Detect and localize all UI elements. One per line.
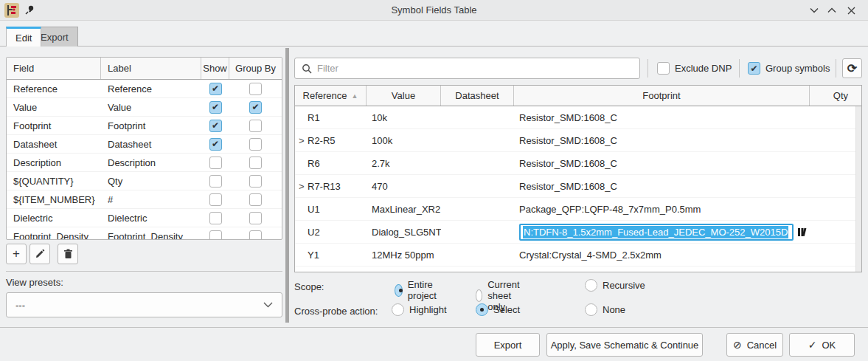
footprint-browser-button[interactable] — [797, 227, 808, 238]
shade-window-icon[interactable] — [808, 4, 821, 17]
reference-cell: R1 — [308, 112, 320, 123]
field-row[interactable]: ${ITEM_NUMBER} # ✔ ✔ — [7, 190, 282, 209]
cross-probe-select[interactable]: Select — [476, 303, 520, 316]
radio-button[interactable] — [395, 284, 403, 297]
groupby-checkbox[interactable]: ✔ — [249, 157, 262, 169]
show-checkbox[interactable]: ✔ — [209, 157, 222, 169]
scope-recursive[interactable]: Recursive — [585, 279, 645, 292]
field-name: Reference — [7, 83, 101, 94]
field-row[interactable]: ${QUANTITY} Qty ✔ ✔ — [7, 172, 282, 190]
field-row[interactable]: Footprint Footprint ✔ ✔ — [7, 117, 282, 135]
footprint-cell[interactable]: Resistor_SMD:1608_C — [514, 181, 810, 192]
field-label: Reference — [101, 83, 201, 94]
value-cell[interactable]: 470 — [367, 181, 441, 192]
value-cell[interactable]: 100k — [367, 135, 441, 146]
value-cell[interactable]: MaxLinear_XR2 — [367, 204, 441, 215]
field-row[interactable]: Reference Reference ✔ ✔ — [7, 80, 282, 98]
group-symbols-option[interactable]: ✔ Group symbols — [748, 62, 830, 75]
radio-button[interactable] — [476, 303, 488, 316]
footprint-cell[interactable]: Crystal:Crystal_4-SMD_2.5x2mm — [514, 250, 810, 261]
show-checkbox[interactable]: ✔ — [209, 83, 222, 95]
cross-probe-row: Cross-probe action: Highlight Select Non… — [294, 303, 395, 318]
footprint-cell[interactable]: Package_QFP:LQFP-48_7x7mm_P0.5mm — [514, 204, 810, 215]
table-row[interactable]: Y1 12MHz 50ppm Crystal:Crystal_4-SMD_2.5… — [295, 244, 861, 267]
show-checkbox[interactable]: ✔ — [209, 230, 222, 241]
show-checkbox[interactable]: ✔ — [209, 138, 222, 151]
table-row[interactable]: >R2-R5 100k Resistor_SMD:1608_C — [295, 129, 861, 152]
apply-save-continue-button[interactable]: Apply, Save Schematic & Continue — [546, 333, 703, 357]
ok-button[interactable]: ✓ OK — [789, 333, 855, 357]
radio-button[interactable] — [392, 303, 404, 316]
value-cell[interactable]: 12MHz 50ppm — [367, 250, 441, 261]
show-checkbox[interactable]: ✔ — [209, 175, 222, 188]
column-header-datasheet[interactable]: Datasheet — [441, 86, 514, 106]
footprint-edit-input[interactable]: N:TDFN-8_1.5x2mm_Fused-Lead_JEDEC_MO-252… — [519, 224, 794, 241]
groupby-checkbox[interactable]: ✔ — [249, 101, 262, 114]
column-header-label[interactable]: Label — [101, 58, 201, 79]
show-checkbox[interactable]: ✔ — [209, 193, 222, 206]
groupby-checkbox[interactable]: ✔ — [249, 175, 262, 188]
chevron-down-icon — [263, 302, 273, 308]
field-row[interactable]: Footprint_Density Footprint_Density ✔ ✔ — [7, 227, 282, 240]
exclude-dnp-option[interactable]: ✔ Exclude DNP — [657, 62, 732, 75]
radio-button[interactable] — [585, 303, 597, 316]
refresh-button[interactable]: ⟳ — [842, 58, 862, 78]
column-header-qty[interactable]: Qty — [810, 86, 855, 106]
footprint-cell[interactable]: Resistor_SMD:1608_C — [514, 135, 810, 146]
view-presets-dropdown[interactable]: --- — [6, 292, 282, 317]
field-row[interactable]: Datasheet Datasheet ✔ ✔ — [7, 135, 282, 154]
value-cell[interactable]: 10k — [367, 112, 441, 123]
field-row[interactable]: Description Description ✔ ✔ — [7, 154, 282, 172]
tab-edit[interactable]: Edit — [6, 27, 41, 47]
table-row[interactable]: U1 MaxLinear_XR2 Package_QFP:LQFP-48_7x7… — [295, 198, 861, 221]
groupby-checkbox[interactable]: ✔ — [249, 83, 262, 95]
column-header-groupby[interactable]: Group By — [229, 58, 282, 79]
group-expander[interactable]: > — [299, 181, 308, 192]
add-field-button[interactable]: + — [6, 244, 27, 264]
field-name: ${ITEM_NUMBER} — [7, 194, 101, 205]
table-row[interactable]: R1 10k Resistor_SMD:1608_C — [295, 106, 861, 129]
unshade-window-icon[interactable] — [825, 4, 839, 17]
groupby-checkbox[interactable]: ✔ — [249, 212, 262, 224]
cross-probe-highlight[interactable]: Highlight — [392, 303, 447, 316]
footprint-cell[interactable]: Resistor_SMD:1608_C — [514, 158, 810, 169]
show-checkbox[interactable]: ✔ — [209, 101, 222, 114]
delete-field-button[interactable] — [58, 244, 78, 264]
groupby-checkbox[interactable]: ✔ — [249, 230, 262, 241]
panel-splitter[interactable] — [285, 48, 289, 323]
radio-button[interactable] — [476, 289, 482, 302]
group-expander[interactable]: > — [299, 135, 308, 146]
value-cell[interactable]: Dialog_SLG5NT — [367, 227, 441, 238]
cancel-button[interactable]: ⊘ Cancel — [726, 333, 783, 357]
cross-probe-none[interactable]: None — [585, 303, 625, 316]
rename-field-button[interactable] — [29, 244, 50, 264]
column-header-show[interactable]: Show — [201, 58, 229, 79]
footprint-cell[interactable]: Resistor_SMD:1608_C — [514, 112, 810, 123]
field-row[interactable]: Dielectric Dielectric ✔ ✔ — [7, 209, 282, 227]
export-button[interactable]: Export — [476, 333, 540, 357]
table-row[interactable]: >R7-R13 470 Resistor_SMD:1608_C — [295, 175, 861, 198]
column-header-reference[interactable]: Reference ▲ — [295, 86, 367, 106]
group-symbols-checkbox[interactable]: ✔ — [748, 62, 760, 75]
groupby-checkbox[interactable]: ✔ — [249, 138, 262, 151]
column-header-footprint[interactable]: Footprint — [514, 86, 810, 106]
field-label: Datasheet — [101, 139, 201, 150]
table-row[interactable]: R6 2.7k Resistor_SMD:1608_C — [295, 152, 861, 175]
table-row-editing[interactable]: U2 Dialog_SLG5NT N:TDFN-8_1.5x2mm_Fused-… — [295, 221, 861, 244]
groupby-checkbox[interactable]: ✔ — [249, 193, 262, 206]
exclude-dnp-checkbox[interactable]: ✔ — [657, 62, 670, 75]
close-window-icon[interactable] — [844, 4, 858, 17]
filter-field[interactable] — [294, 58, 640, 79]
groupby-checkbox[interactable]: ✔ — [249, 120, 262, 132]
field-row[interactable]: Value Value ✔ ✔ — [7, 98, 282, 117]
scope-entire-project[interactable]: Entire project — [395, 279, 441, 301]
vertical-scrollbar[interactable] — [855, 106, 861, 272]
column-header-value[interactable]: Value — [367, 86, 441, 106]
radio-button[interactable] — [585, 279, 597, 292]
show-checkbox[interactable]: ✔ — [209, 212, 222, 224]
library-books-icon — [797, 227, 808, 238]
column-header-field[interactable]: Field — [7, 58, 101, 79]
show-checkbox[interactable]: ✔ — [209, 120, 222, 132]
filter-input[interactable] — [317, 63, 639, 74]
value-cell[interactable]: 2.7k — [367, 158, 441, 169]
